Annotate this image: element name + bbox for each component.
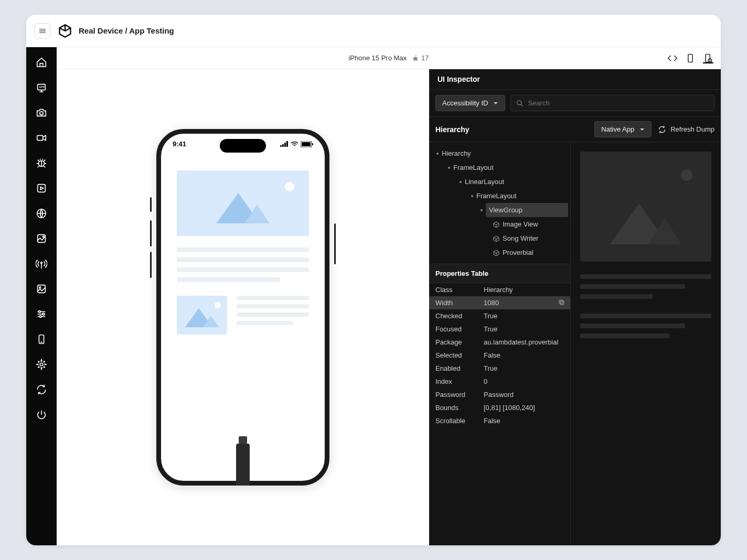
svg-rect-37	[560, 301, 564, 305]
sidebar-sync[interactable]	[35, 383, 48, 396]
refresh-dump-button[interactable]: Refresh Dump	[658, 125, 714, 134]
sidebar-sliders[interactable]	[35, 307, 48, 321]
tree-node[interactable]: FrameLayout	[429, 160, 570, 175]
placeholder-line	[177, 257, 309, 262]
tree-node[interactable]: FrameLayout	[429, 189, 570, 203]
svg-rect-24	[688, 54, 692, 62]
property-row[interactable]: SelectedFalse	[429, 349, 570, 362]
tree-node-leaf[interactable]: Proverbial	[429, 245, 570, 260]
code-icon	[667, 53, 678, 63]
app-type-dropdown[interactable]: Native App	[594, 121, 652, 137]
tree-node-root[interactable]: Hierarchy	[429, 146, 570, 160]
sidebar-video[interactable]	[35, 131, 48, 145]
svg-point-14	[39, 287, 41, 288]
sliders-icon	[36, 308, 47, 320]
sidebar-bug[interactable]	[35, 156, 48, 170]
tree-node-leaf[interactable]: Song Writer	[429, 231, 570, 245]
phone-screen-content	[161, 134, 325, 371]
property-value: [0,81] [1080,240]	[484, 404, 535, 412]
property-value: 1080	[484, 299, 499, 307]
sidebar-home[interactable]	[35, 56, 48, 69]
property-row[interactable]: Index0	[429, 375, 570, 388]
ui-inspector-panel: UI Inspector Accessibility ID Hierarchy	[429, 69, 721, 545]
bug-icon	[36, 157, 47, 169]
device-panel: 9:41	[57, 69, 429, 545]
phone-side-button	[150, 197, 152, 212]
preview-line	[580, 284, 685, 289]
phone-small-icon	[685, 53, 696, 63]
sidebar-network[interactable]	[35, 257, 48, 271]
camera-icon	[36, 107, 47, 119]
property-row[interactable]: Bounds[0,81] [1080,240]	[429, 401, 570, 414]
svg-point-12	[41, 262, 42, 264]
status-time: 9:41	[173, 140, 186, 148]
svg-text:APP: APP	[39, 85, 45, 89]
tree-node-leaf[interactable]: Image View	[429, 217, 570, 231]
properties-table[interactable]: ClassHierarchyWidth1080CheckedTrueFocuse…	[429, 283, 570, 545]
code-button[interactable]	[667, 53, 678, 63]
property-row[interactable]: Width1080	[429, 296, 570, 309]
search-input[interactable]	[528, 99, 709, 107]
property-key: Password	[435, 391, 484, 399]
sidebar-app[interactable]: APP	[35, 81, 48, 94]
map-icon	[36, 233, 47, 244]
property-key: Width	[435, 299, 484, 307]
search-box[interactable]	[510, 95, 714, 111]
sidebar: APP	[26, 47, 57, 545]
property-value: Hierarchy	[484, 286, 513, 294]
locator-dropdown-label: Accessibility ID	[442, 99, 488, 107]
menu-button[interactable]	[35, 23, 50, 39]
hierarchy-bar: Hierarchy Native App Refresh Dump	[429, 117, 721, 142]
app-type-label: Native App	[601, 125, 634, 133]
phone-frame[interactable]: 9:41	[156, 129, 329, 486]
property-value: False	[484, 351, 500, 359]
phone-icon	[36, 333, 47, 345]
gear-icon	[36, 359, 47, 370]
video-icon	[36, 132, 47, 144]
svg-rect-29	[282, 144, 284, 147]
power-icon	[36, 409, 47, 421]
property-row[interactable]: ScrollableFalse	[429, 414, 570, 427]
sidebar-camera[interactable]	[35, 106, 48, 120]
placeholder-line	[237, 313, 309, 317]
locator-dropdown[interactable]: Accessibility ID	[435, 95, 505, 111]
property-row[interactable]: ClassHierarchy	[429, 283, 570, 296]
content-row: 9:41	[57, 69, 721, 545]
placeholder-line	[237, 296, 309, 300]
sidebar-image[interactable]	[35, 282, 48, 296]
sidebar-settings[interactable]	[35, 358, 48, 371]
app-window: Real Device / App Testing APP iPhone 15 …	[26, 15, 721, 545]
property-row[interactable]: CheckedTrue	[429, 309, 570, 322]
property-row[interactable]: PasswordPassword	[429, 388, 570, 401]
property-key: Focused	[435, 325, 484, 333]
inspector-title: UI Inspector	[429, 69, 721, 90]
placeholder-line	[177, 277, 280, 282]
cube-icon	[493, 235, 499, 242]
sidebar-globe[interactable]	[35, 207, 48, 220]
sidebar-map[interactable]	[35, 232, 48, 245]
sidebar-play[interactable]	[35, 181, 48, 195]
preview-line	[580, 274, 711, 279]
status-bar: 9:41	[161, 140, 325, 148]
tree-node[interactable]: LinearLayout	[429, 175, 570, 189]
tree-node-selected[interactable]: ViewGroup	[486, 203, 568, 217]
search-icon	[516, 100, 524, 107]
svg-point-35	[517, 100, 521, 104]
preview-line	[580, 294, 653, 299]
svg-point-20	[39, 316, 41, 318]
sidebar-power[interactable]	[35, 408, 48, 422]
os-version: 17	[421, 54, 429, 62]
property-row[interactable]: EnabledTrue	[429, 362, 570, 375]
inspector-button[interactable]	[703, 53, 713, 63]
placeholder-image	[177, 170, 309, 236]
cube-icon	[493, 250, 499, 256]
property-key: Bounds	[435, 404, 484, 412]
play-square-icon	[36, 182, 47, 194]
property-row[interactable]: FocusedTrue	[429, 322, 570, 336]
sidebar-device[interactable]	[35, 332, 48, 346]
device-button[interactable]	[685, 53, 696, 63]
copy-icon[interactable]	[558, 299, 565, 306]
cube-icon	[493, 221, 499, 228]
property-row[interactable]: Packageau.lambdatest.proverbial	[429, 336, 570, 349]
inspector-icon	[703, 53, 713, 63]
